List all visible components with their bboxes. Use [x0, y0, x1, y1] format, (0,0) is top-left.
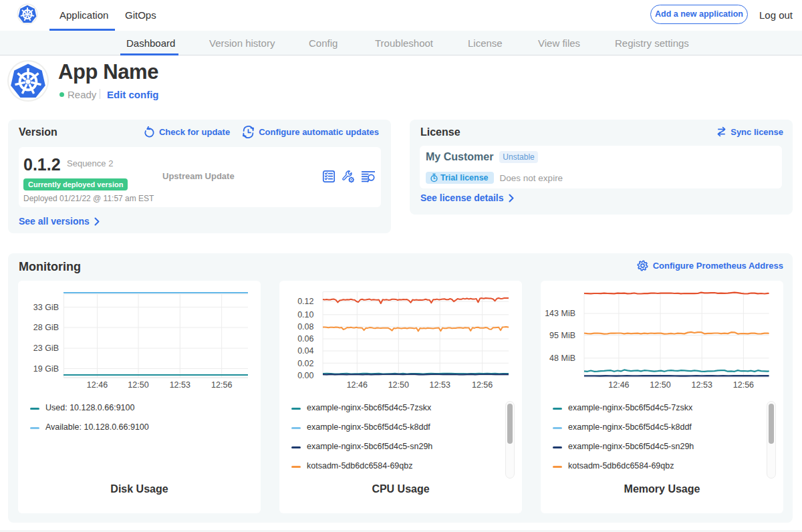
svg-text:33 GiB: 33 GiB	[33, 303, 59, 312]
svg-text:12:50: 12:50	[650, 380, 670, 390]
svg-text:12:50: 12:50	[128, 380, 148, 390]
svg-text:0.00: 0.00	[297, 371, 313, 380]
svg-text:12:53: 12:53	[170, 380, 190, 390]
svg-text:19 GiB: 19 GiB	[33, 364, 59, 374]
svg-text:12:56: 12:56	[211, 380, 232, 390]
svg-text:0.04: 0.04	[297, 346, 313, 356]
svg-text:12:53: 12:53	[430, 380, 450, 390]
svg-text:12:50: 12:50	[388, 380, 409, 390]
svg-text:23 GiB: 23 GiB	[33, 344, 59, 353]
svg-text:12:53: 12:53	[692, 380, 712, 390]
svg-text:12:46: 12:46	[608, 380, 629, 390]
svg-text:12:46: 12:46	[87, 380, 108, 390]
svg-text:12:46: 12:46	[347, 380, 368, 390]
svg-text:12:56: 12:56	[733, 380, 754, 390]
svg-text:143 MiB: 143 MiB	[545, 309, 575, 318]
svg-text:0.08: 0.08	[297, 322, 313, 331]
svg-text:95 MiB: 95 MiB	[549, 331, 575, 340]
svg-text:0.10: 0.10	[297, 310, 313, 319]
svg-text:28 GiB: 28 GiB	[33, 323, 59, 332]
svg-text:0.12: 0.12	[297, 297, 313, 306]
svg-text:0.06: 0.06	[297, 334, 313, 344]
svg-text:0.02: 0.02	[297, 359, 313, 368]
svg-text:12:56: 12:56	[472, 380, 493, 390]
svg-text:48 MiB: 48 MiB	[549, 354, 575, 363]
